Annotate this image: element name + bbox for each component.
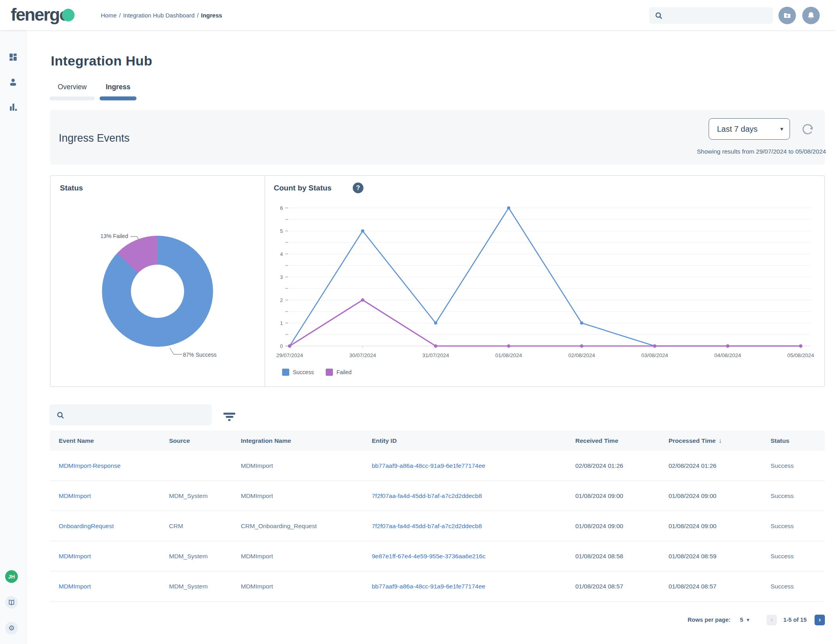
sidebar-item-users[interactable] [0,77,26,87]
cell-entity-id[interactable]: 7f2f07aa-fa4d-45dd-b7af-a7c2d2ddecb8 [372,523,575,530]
rows-per-page-value[interactable]: 5 [740,617,743,623]
cell-received-time: 01/08/2024 08:57 [575,583,669,590]
brand-logo-mark-icon [62,9,75,21]
dashboard-icon [8,52,18,62]
sidebar-item-docs[interactable] [5,596,18,609]
next-page-button[interactable]: › [815,615,825,625]
cell-received-time: 01/08/2024 09:00 [575,492,669,500]
chevron-right-icon: › [819,616,821,624]
donut-success-label: 87% Success [183,352,217,358]
tab-overview[interactable]: Overview [50,81,95,100]
svg-text:29/07/2024: 29/07/2024 [276,352,303,358]
cell-processed-time: 01/08/2024 09:00 [669,523,771,530]
previous-page-button[interactable]: ‹ [767,615,777,625]
cell-source: MDM_System [169,583,241,590]
global-search-input[interactable] [666,12,773,19]
svg-text:04/08/2024: 04/08/2024 [714,352,741,358]
table-row[interactable]: MDMImportMDM_SystemMDMImport7f2f07aa-fa4… [50,481,825,511]
cell-integration-name: MDMImport [241,492,372,500]
tab-ingress[interactable]: Ingress [100,81,136,100]
cell-status: Success [771,462,816,469]
svg-text:2: 2 [280,297,283,303]
sidebar-item-settings[interactable]: ⚙ [5,622,18,634]
cell-source: CRM [169,523,241,530]
column-header-received-time[interactable]: Received Time [575,437,669,444]
table-row[interactable]: MDMImport-ResponseMDMImportbb77aaf9-a86a… [50,451,825,481]
legend-item-failed: Failed [326,369,352,376]
column-header-entity-id[interactable]: Entity ID [372,437,575,444]
cell-entity-id[interactable]: 9e87e1ff-67e4-4e59-955e-3736aa6e216c [372,553,575,560]
cell-received-time: 01/08/2024 08:58 [575,553,669,560]
cell-entity-id[interactable]: bb77aaf9-a86a-48cc-91a9-6e1fe77174ee [372,462,575,469]
tab-overview-label: Overview [50,81,95,93]
table-row[interactable]: OnboardingRequestCRMCRM_Onboarding_Reque… [50,511,825,541]
integration-hub-page: fenergo Home / Integration Hub Dashboard… [0,0,836,644]
table-row[interactable]: MDMImportMDM_SystemMDMImport9e87e1ff-67e… [50,541,825,571]
svg-text:02/08/2024: 02/08/2024 [568,352,595,358]
sidebar-item-reports[interactable] [0,102,26,112]
cell-event-name[interactable]: MDMImport [59,583,169,590]
refresh-icon [800,121,816,137]
avatar-initials: JH [8,574,15,580]
book-icon [8,599,15,606]
column-header-status[interactable]: Status [771,437,816,444]
legend-swatch [326,369,333,376]
cell-event-name[interactable]: OnboardingRequest [59,523,169,530]
column-header-integration-name[interactable]: Integration Name [241,437,372,444]
breadcrumb-current: Ingress [201,12,222,19]
svg-text:01/08/2024: 01/08/2024 [495,352,522,358]
table-row[interactable]: MDMImportMDM_SystemMDMImportbb77aaf9-a86… [50,571,825,602]
top-header: fenergo Home / Integration Hub Dashboard… [0,0,836,30]
ingress-events-panel: Ingress Events Last 7 days ▾ Showing res… [50,110,825,165]
sidebar-item-dashboard[interactable] [0,52,26,62]
cell-status: Success [771,583,816,590]
caret-down-icon[interactable]: ▾ [747,617,749,623]
breadcrumb-separator: / [119,12,121,19]
cell-event-name[interactable]: MDMImport [59,553,169,560]
cell-event-name[interactable]: MDMImport [59,492,169,500]
table-search-input[interactable] [68,411,212,419]
rows-per-page-label: Rows per page: [688,617,730,623]
status-card-title: Status [60,184,83,192]
legend-item-success: Success [282,369,314,376]
brand-logo: fenergo [11,5,75,25]
cell-source: MDM_System [169,492,241,500]
tab-ingress-underline [100,96,136,100]
column-header-processed-time[interactable]: Processed Time↓ [669,437,771,445]
cell-received-time: 01/08/2024 09:00 [575,523,669,530]
date-range-select[interactable]: Last 7 days ▾ [709,118,790,140]
notifications-button[interactable] [802,7,820,24]
table-header-row: Event Name Source Integration Name Entit… [50,431,825,451]
breadcrumb-home-link[interactable]: Home [101,12,117,19]
folder-plus-icon [783,11,792,20]
user-avatar[interactable]: JH [5,570,18,583]
filter-button[interactable] [221,413,237,423]
chart-legend: SuccessFailed [282,369,352,376]
cell-entity-id[interactable]: 7f2f07aa-fa4d-45dd-b7af-a7c2d2ddecb8 [372,492,575,500]
brand-logo-text: fenergo [11,5,69,24]
breadcrumb-section-link[interactable]: Integration Hub Dashboard [123,12,194,19]
svg-text:03/08/2024: 03/08/2024 [641,352,668,358]
cell-event-name[interactable]: MDMImport-Response [59,462,169,469]
date-range-value: Last 7 days [717,125,757,134]
column-header-source[interactable]: Source [169,437,241,444]
tab-overview-underline [50,96,95,100]
donut-success-connector [169,347,183,357]
cell-integration-name: MDMImport [241,462,372,469]
legend-label: Failed [336,369,352,375]
tab-bar: Overview Ingress [50,81,136,100]
cell-integration-name: MDMImport [241,553,372,560]
pagination-range: 1-5 of 15 [783,617,807,623]
chevron-left-icon: ‹ [771,616,773,624]
cell-processed-time: 01/08/2024 08:57 [669,583,771,590]
create-folder-button[interactable] [778,7,796,24]
refresh-button[interactable] [800,121,816,137]
page-title: Integration Hub [51,53,152,69]
status-donut-chart [102,236,213,347]
column-header-event-name[interactable]: Event Name [59,437,169,444]
cell-status: Success [771,492,816,500]
donut-hole [131,265,184,318]
filter-icon [223,413,235,415]
cell-entity-id[interactable]: bb77aaf9-a86a-48cc-91a9-6e1fe77174ee [372,583,575,590]
table-body: MDMImport-ResponseMDMImportbb77aaf9-a86a… [50,451,825,602]
